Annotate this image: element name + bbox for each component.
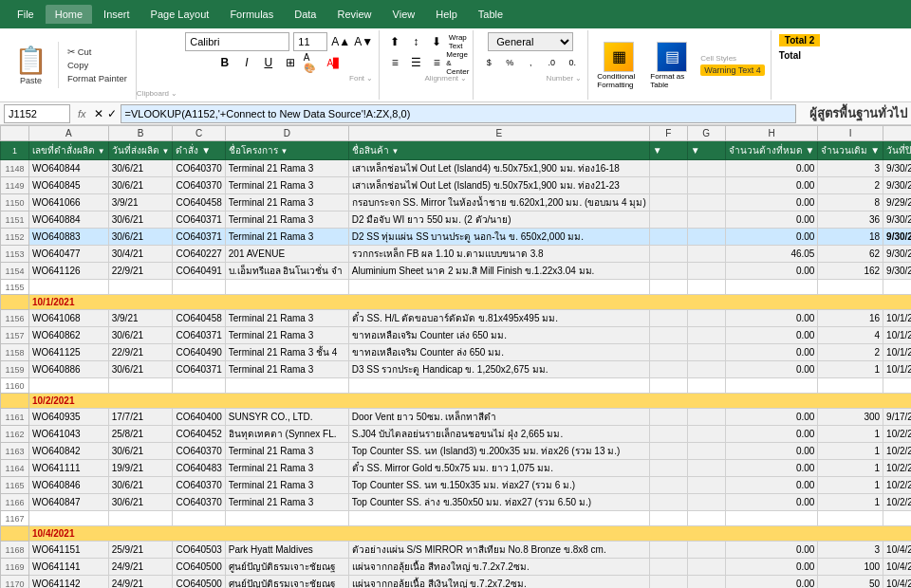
cell-d[interactable] (225, 280, 348, 295)
col-header-e[interactable]: E (348, 126, 649, 141)
col-header-a[interactable]: A (29, 126, 109, 141)
cell-e[interactable]: Door Vent ยาว 50ซม. เหล็กทาสีดำ (348, 409, 649, 426)
cell-f[interactable] (649, 511, 687, 526)
increase-decimal-button[interactable]: .0 (542, 53, 561, 72)
cell-j[interactable]: 9/29/2021 (883, 194, 911, 211)
cell-b[interactable]: 24/9/21 (108, 576, 173, 589)
cell-c[interactable]: CO640371 (173, 211, 225, 229)
col-header-c[interactable]: C (173, 126, 225, 141)
cell-j[interactable]: 9/30/2021 (883, 177, 911, 194)
cell-g[interactable] (687, 229, 725, 246)
currency-button[interactable]: $ (479, 53, 498, 72)
cell-b[interactable] (108, 378, 173, 394)
tab-formulas[interactable]: Formulas (220, 5, 283, 24)
cell-c[interactable]: CO640370 (173, 494, 225, 511)
cell-h[interactable]: 0.00 (725, 443, 818, 460)
cell-g[interactable] (687, 160, 725, 177)
col-header-j[interactable]: J (883, 126, 911, 141)
cell-e[interactable]: ขาทอเหลือเจริม Counter ล่ง 650 มม. (348, 344, 649, 361)
cell-a[interactable]: WO641066 (29, 194, 109, 211)
cell-f[interactable] (649, 559, 687, 576)
tab-view[interactable]: View (383, 5, 425, 24)
cell-e[interactable]: รวกกระเหล็ก FB ผล 1.10 ม.ตามแบบขนาด 3.8 (348, 246, 649, 263)
cell-d[interactable] (225, 378, 348, 394)
align-top-button[interactable]: ⬆ (385, 32, 404, 51)
merge-center-button[interactable]: Merge & Center (448, 53, 467, 72)
cell-h[interactable]: 0.00 (725, 310, 818, 327)
cell-i[interactable]: 1 (818, 494, 883, 511)
cell-d[interactable]: Terminal 21 Rama 3 (225, 229, 348, 246)
cell-c[interactable]: CO640371 (173, 361, 225, 378)
cell-d[interactable] (225, 511, 348, 526)
cell-i[interactable]: 4 (818, 327, 883, 344)
cell-c[interactable]: CO640491 (173, 263, 225, 280)
cell-c[interactable] (173, 511, 225, 526)
cancel-formula-button[interactable]: ✕ (94, 107, 103, 120)
cell-i[interactable] (818, 280, 883, 295)
cell-c[interactable]: CO640370 (173, 443, 225, 460)
cell-c[interactable]: CO640370 (173, 177, 225, 194)
cell-i[interactable]: 50 (818, 576, 883, 589)
cell-b[interactable] (108, 280, 173, 295)
cell-f[interactable] (649, 494, 687, 511)
cell-e[interactable]: แผ่นจากกอลุ้ยเนื้อ สีทองใหญ่ ข.7.2x7.2ซม… (348, 559, 649, 576)
cell-e[interactable]: แผ่นจากกอลุ้ยเนื้อ สีเงินใหญ่ ข.7.2x7.2ซ… (348, 576, 649, 589)
cell-b[interactable]: 30/6/21 (108, 361, 173, 378)
cell-j[interactable] (883, 378, 911, 394)
cell-j[interactable]: 10/4/2021 (883, 559, 911, 576)
cell-j[interactable]: 10/2/2021 (883, 443, 911, 460)
cell-b[interactable]: 30/6/21 (108, 327, 173, 344)
wrap-text-button[interactable]: Wrap Text (448, 32, 467, 51)
percent-button[interactable]: % (500, 53, 519, 72)
cell-h[interactable]: 0.00 (725, 344, 818, 361)
cell-e[interactable] (348, 378, 649, 394)
cell-e[interactable]: ตั๋ว SS. H/L ตัดขอบอาร์ดัดมัด ข.81x495x4… (348, 310, 649, 327)
cell-f[interactable] (649, 177, 687, 194)
cell-b[interactable]: 30/4/21 (108, 246, 173, 263)
cell-j[interactable]: 9/17/2021 (883, 409, 911, 426)
col-header-f[interactable]: F (649, 126, 687, 141)
cell-h[interactable]: 0.00 (725, 542, 818, 559)
cell-e[interactable]: เสาเหล็กช่อนไฟ Out Let (Island5) ข.50x75… (348, 177, 649, 194)
cell-i[interactable]: 1 (818, 443, 883, 460)
cell-d[interactable]: Terminal 21 Rama 3 (225, 477, 348, 494)
align-bottom-button[interactable]: ⬇ (427, 32, 446, 51)
cell-h[interactable]: 0.00 (725, 263, 818, 280)
cell-c[interactable]: CO640458 (173, 194, 225, 211)
underline-button[interactable]: U (259, 53, 278, 72)
cell-b[interactable]: 30/6/21 (108, 211, 173, 229)
cell-d[interactable]: Terminal 21 Rama 3 (225, 460, 348, 477)
cell-g[interactable] (687, 211, 725, 229)
col-header-b[interactable]: B (108, 126, 173, 141)
cell-b[interactable]: 3/9/21 (108, 194, 173, 211)
cell-e[interactable]: ตั๋ว SS. Mirror Gold ข.50x75 มม. ยาว 1,0… (348, 460, 649, 477)
tab-file[interactable]: File (8, 5, 44, 24)
cell-a[interactable]: WO640935 (29, 409, 109, 426)
cell-f[interactable] (649, 344, 687, 361)
cell-h[interactable]: 0.00 (725, 194, 818, 211)
cell-j[interactable]: 10/1/2021 (883, 344, 911, 361)
cut-button[interactable]: ✂ Cut (65, 46, 130, 58)
cell-c[interactable]: CO640500 (173, 576, 225, 589)
tab-page-layout[interactable]: Page Layout (141, 5, 219, 24)
cell-g[interactable] (687, 194, 725, 211)
cell-g[interactable] (687, 443, 725, 460)
cell-e[interactable] (348, 511, 649, 526)
cell-j[interactable]: 10/2/2021 (883, 426, 911, 443)
cell-a[interactable]: WO641111 (29, 460, 109, 477)
cell-b[interactable]: 30/6/21 (108, 229, 173, 246)
bold-button[interactable]: B (215, 53, 234, 72)
cell-j[interactable]: 10/4/2021 (883, 576, 911, 589)
cell-b[interactable]: 3/9/21 (108, 310, 173, 327)
comma-button[interactable]: , (521, 53, 540, 72)
paste-button[interactable]: 📋 Paste (9, 42, 52, 88)
font-color-button[interactable]: A▊ (325, 53, 344, 72)
cell-g[interactable] (687, 280, 725, 295)
cell-f[interactable] (649, 426, 687, 443)
cell-h[interactable]: 0.00 (725, 477, 818, 494)
cell-f[interactable] (649, 361, 687, 378)
cell-e[interactable]: D3 SS รวกประตู Handicap ข. 1,250x2,675 ม… (348, 361, 649, 378)
cell-e[interactable]: ตัวอย่างแผ่น S/S MIRROR ทาสีเทียม No.8 B… (348, 542, 649, 559)
cell-a[interactable]: WO640844 (29, 160, 109, 177)
cell-i[interactable]: 36 (818, 211, 883, 229)
